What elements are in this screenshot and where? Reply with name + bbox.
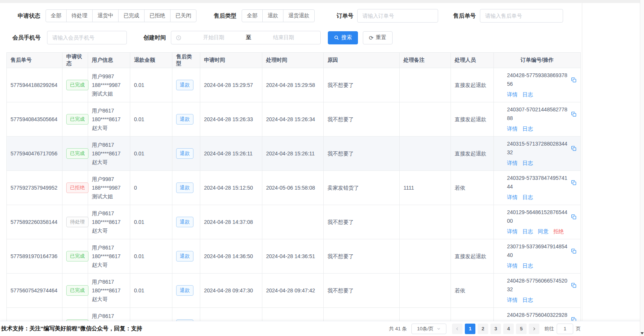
handle-time-cell xyxy=(262,205,324,239)
action-log[interactable]: 日志 xyxy=(522,194,533,200)
action-detail[interactable]: 详情 xyxy=(507,297,518,303)
search-button[interactable]: 搜索 xyxy=(328,31,358,44)
copy-icon[interactable] xyxy=(571,77,577,83)
apply-time-cell: 2024-04-28 15:26:11 xyxy=(200,137,262,171)
copy-icon[interactable] xyxy=(571,248,577,254)
row-actions: 详情日志 xyxy=(507,296,577,304)
action-detail[interactable]: 详情 xyxy=(507,126,518,132)
user-info-line: 180****8617 xyxy=(92,218,126,227)
aftersale-no-input[interactable] xyxy=(480,9,563,23)
reason-cell: 我不想要了 xyxy=(324,205,400,239)
action-detail[interactable]: 详情 xyxy=(507,194,518,200)
handler-cell: 若依 xyxy=(451,274,494,308)
next-page-button[interactable] xyxy=(529,324,539,334)
user-cell: 用户8617180****8617赵大哥 xyxy=(88,137,130,171)
page-button-4[interactable]: 4 xyxy=(503,324,514,334)
reason-cell: 卖家发错货了 xyxy=(324,171,400,205)
reset-button[interactable]: ⟳ 重置 xyxy=(363,31,393,44)
page-button-2[interactable]: 2 xyxy=(478,324,488,334)
filter-row-2: 会员手机号 创建时间 开始日期 至 结束日期 搜索 ⟳ 重置 xyxy=(12,31,644,44)
goto-page-input[interactable] xyxy=(557,324,573,334)
user-cell: 用户8617180****8617赵大哥 xyxy=(88,102,130,137)
create-time-label: 创建时间 xyxy=(143,34,166,41)
action-log[interactable]: 日志 xyxy=(522,126,533,132)
aftersale-type-option-1[interactable]: 退款 xyxy=(262,9,283,22)
action-reject[interactable]: 拒绝 xyxy=(553,228,564,234)
handle-time-cell: 2024-04-28 14:36:51 xyxy=(262,239,324,274)
column-header: 售后类型 xyxy=(172,53,200,68)
apply-status-option-5[interactable]: 已关闭 xyxy=(170,9,196,22)
status-cell: 已完成 xyxy=(62,137,88,171)
remark-cell xyxy=(400,274,451,308)
aftersale-type-group: 全部退款退货退款 xyxy=(242,9,315,22)
action-detail[interactable]: 详情 xyxy=(507,228,518,234)
action-detail[interactable]: 详情 xyxy=(507,91,518,97)
status-badge: 已完成 xyxy=(66,148,88,159)
reason-cell: 我不想要了 xyxy=(324,137,400,171)
aftersale-type-option-0[interactable]: 全部 xyxy=(242,9,263,22)
action-detail[interactable]: 详情 xyxy=(507,160,518,166)
refresh-icon: ⟳ xyxy=(369,35,374,41)
page-button-3[interactable]: 3 xyxy=(490,324,501,334)
reason-cell: 我不想要了 xyxy=(324,274,400,308)
column-header: 处理人员 xyxy=(451,53,494,68)
remark-cell xyxy=(400,205,451,239)
copy-icon[interactable] xyxy=(571,214,577,220)
member-phone-input[interactable] xyxy=(47,31,127,44)
table-row: 5775940476717056已完成用户8617180****8617赵大哥0… xyxy=(7,137,581,171)
aftersale-no-cell: 5775891970164736 xyxy=(7,239,62,274)
page-button-1[interactable]: 1 xyxy=(465,324,475,334)
copy-icon[interactable] xyxy=(571,180,577,185)
order-no-text: 240428-5775938386937856 xyxy=(507,71,568,88)
column-header: 订单编号/操作 xyxy=(494,53,581,68)
user-info-line: 188****9987 xyxy=(92,184,126,192)
action-log[interactable]: 日志 xyxy=(522,91,533,97)
vertical-scrollbar[interactable] xyxy=(640,0,644,336)
status-cell: 待处理 xyxy=(62,205,88,239)
apply-status-option-4[interactable]: 已拒绝 xyxy=(144,9,171,22)
order-no: 240129-5648615287654400 xyxy=(507,208,577,225)
apply-status-option-3[interactable]: 已完成 xyxy=(118,9,145,22)
prev-page-button[interactable] xyxy=(452,324,463,334)
end-date-placeholder[interactable]: 结束日期 xyxy=(251,34,316,41)
handle-time-cell: 2024-04-28 09:47:42 xyxy=(262,274,324,308)
table-row: 5775607542974464已完成用户8617180****8617赵大哥0… xyxy=(7,274,581,308)
pagination: 共 41 条 10条/页 12345 前 xyxy=(389,324,581,334)
apply-status-option-2[interactable]: 退货中 xyxy=(92,9,119,22)
aftersale-type-option-2[interactable]: 退货退款 xyxy=(283,9,315,22)
apply-time-cell: 2024-04-28 14:36:50 xyxy=(200,239,262,274)
copy-icon[interactable] xyxy=(571,283,577,288)
user-info-line: 赵大哥 xyxy=(92,158,126,167)
column-header: 用户信息 xyxy=(88,53,130,68)
action-detail[interactable]: 详情 xyxy=(507,263,518,269)
create-time-range-picker[interactable]: 开始日期 至 结束日期 xyxy=(171,31,321,44)
copy-icon[interactable] xyxy=(571,111,577,117)
table-row: 5775891970164736已完成用户8617180****8617赵大哥0… xyxy=(7,239,581,274)
type-badge: 退款 xyxy=(176,148,193,159)
goto-page: 前往 页 xyxy=(544,324,581,334)
action-approve[interactable]: 同意 xyxy=(538,228,548,234)
page-size-value: 10条/页 xyxy=(417,325,434,332)
action-log[interactable]: 日志 xyxy=(522,297,533,303)
action-log[interactable]: 日志 xyxy=(522,228,533,234)
user-info-line: 180****8617 xyxy=(92,149,126,158)
start-date-placeholder[interactable]: 开始日期 xyxy=(181,34,246,41)
user-info-line: 用户8617 xyxy=(92,209,126,218)
order-no-input[interactable] xyxy=(357,9,438,23)
reset-button-label: 重置 xyxy=(376,34,387,41)
action-log[interactable]: 日志 xyxy=(522,263,533,269)
table-row: 5775892260358144待处理用户8617180****8617赵大哥0… xyxy=(7,205,581,239)
apply-status-option-1[interactable]: 待处理 xyxy=(66,9,93,22)
apply-status-option-0[interactable]: 全部 xyxy=(46,9,67,22)
scrollbar-down-arrow-icon[interactable] xyxy=(641,332,644,334)
user-info-line: 180****8617 xyxy=(92,252,126,261)
user-info-line: 用户8617 xyxy=(92,106,126,115)
table-row: 5775944188299264已完成用户9987188****9987测试大姐… xyxy=(7,68,581,102)
clock-icon xyxy=(176,35,181,41)
chevron-left-icon xyxy=(455,327,460,331)
page-size-select[interactable]: 10条/页 xyxy=(411,324,446,334)
copy-icon[interactable] xyxy=(571,146,577,151)
action-log[interactable]: 日志 xyxy=(522,160,533,166)
apply-time-cell: 2024-04-28 15:26:33 xyxy=(200,102,262,137)
page-button-5[interactable]: 5 xyxy=(516,324,527,334)
